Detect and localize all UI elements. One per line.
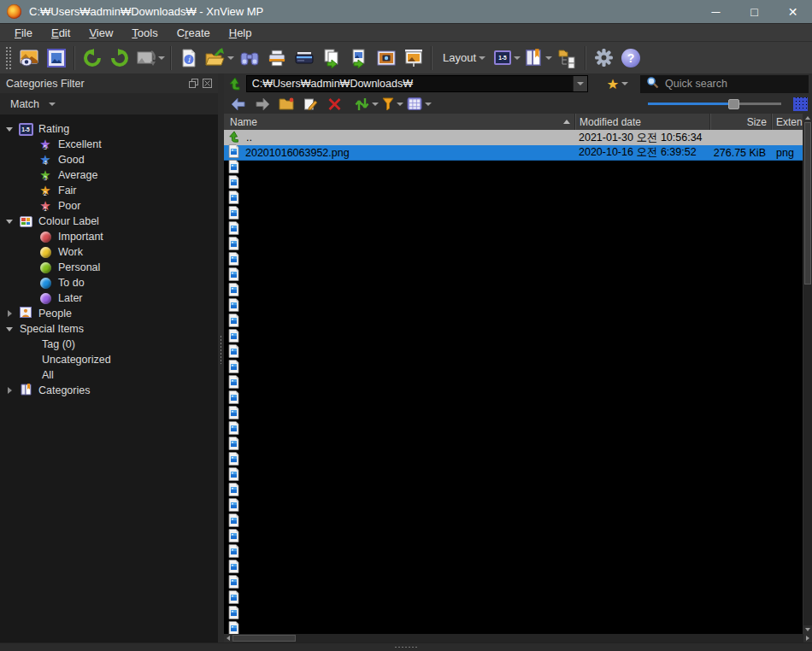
tree-item-poor[interactable]: ★1Poor xyxy=(0,198,218,214)
file-row-placeholder[interactable] xyxy=(224,238,812,253)
tree-item-excellent[interactable]: ★5Excellent xyxy=(0,137,218,152)
horizontal-scrollbar-thumb[interactable] xyxy=(232,635,296,642)
tree-item-special-items[interactable]: Special Items xyxy=(0,321,218,337)
tree-item-uncategorized[interactable]: Uncategorized xyxy=(0,352,218,367)
horizontal-scrollbar[interactable] xyxy=(224,634,812,642)
file-row-placeholder[interactable] xyxy=(224,407,812,422)
file-row-placeholder[interactable] xyxy=(224,622,812,634)
scroll-down-button[interactable] xyxy=(803,625,812,634)
file-row-placeholder[interactable] xyxy=(224,268,812,284)
tree-item-colour-label[interactable]: Colour Label xyxy=(0,214,218,229)
menu-item-create[interactable]: Create xyxy=(168,26,220,40)
new-folder-button[interactable] xyxy=(276,96,297,113)
settings-button[interactable] xyxy=(590,44,617,72)
slider-handle[interactable] xyxy=(728,99,739,109)
expand-open-icon[interactable] xyxy=(4,127,15,132)
chevron-down-icon[interactable] xyxy=(158,56,165,60)
chevron-down-icon[interactable] xyxy=(514,56,521,60)
file-row-placeholder[interactable] xyxy=(224,376,812,391)
chevron-down-icon[interactable] xyxy=(372,103,379,106)
expand-open-icon[interactable] xyxy=(4,327,15,331)
file-row-placeholder[interactable] xyxy=(224,191,812,207)
file-row-placeholder[interactable] xyxy=(224,468,812,484)
minimize-button[interactable]: ─ xyxy=(697,0,735,23)
file-row-placeholder[interactable] xyxy=(224,499,812,514)
file-row-placeholder[interactable] xyxy=(224,576,812,591)
file-row-placeholder[interactable] xyxy=(224,330,812,345)
tree-item-to-do[interactable]: To do xyxy=(0,275,218,290)
print-button[interactable] xyxy=(263,44,291,72)
match-dropdown[interactable]: Match xyxy=(0,93,218,114)
back-button[interactable] xyxy=(228,96,249,113)
scroll-up-button[interactable] xyxy=(803,114,812,122)
file-row-placeholder[interactable] xyxy=(224,422,812,437)
scroll-right-button[interactable] xyxy=(803,634,812,642)
convert-button[interactable] xyxy=(133,44,167,72)
file-row-placeholder[interactable] xyxy=(224,560,812,576)
float-panel-icon[interactable] xyxy=(189,76,198,91)
file-row-placeholder[interactable] xyxy=(224,484,812,499)
column-header-name[interactable]: Name xyxy=(224,114,574,130)
search-button[interactable] xyxy=(236,44,263,72)
vertical-scrollbar[interactable] xyxy=(803,114,812,634)
column-header-size[interactable]: Size xyxy=(709,114,771,130)
delete-button[interactable] xyxy=(324,96,344,113)
file-row-placeholder[interactable] xyxy=(224,222,812,238)
open-folder-button[interactable] xyxy=(203,44,236,72)
quick-search-input[interactable] xyxy=(665,78,803,90)
splitter-grip-icon[interactable] xyxy=(394,646,418,649)
file-row-placeholder[interactable] xyxy=(224,591,812,607)
copy-to-button[interactable] xyxy=(318,44,345,72)
rating-button[interactable]: 1-5 xyxy=(492,44,522,72)
file-row-placeholder[interactable] xyxy=(224,437,812,453)
menu-item-tools[interactable]: Tools xyxy=(122,26,167,40)
maximize-button[interactable]: □ xyxy=(735,0,774,23)
file-row-placeholder[interactable] xyxy=(224,284,812,299)
scroll-left-button[interactable] xyxy=(224,634,232,642)
expand-open-icon[interactable] xyxy=(4,220,15,224)
file-row-placeholder[interactable] xyxy=(224,607,812,622)
file-row-placeholder[interactable] xyxy=(224,391,812,407)
filter-button[interactable] xyxy=(382,96,403,113)
view-mode-button[interactable] xyxy=(407,96,432,113)
layout-button[interactable]: Layout xyxy=(436,44,492,72)
chevron-down-icon[interactable] xyxy=(545,56,552,60)
forward-button[interactable] xyxy=(252,96,273,113)
file-row-parent-folder[interactable]: .. 2021-01-30 오전 10:56:34 xyxy=(224,130,812,145)
expand-closed-icon[interactable] xyxy=(4,387,15,394)
move-to-button[interactable] xyxy=(345,44,373,72)
toolbar-grip[interactable] xyxy=(5,46,13,70)
menu-item-edit[interactable]: Edit xyxy=(42,26,79,40)
file-row-placeholder[interactable] xyxy=(224,161,812,176)
menu-item-view[interactable]: View xyxy=(79,26,122,40)
file-row-placeholder[interactable] xyxy=(224,207,812,222)
file-row-placeholder[interactable] xyxy=(224,545,812,560)
info-button[interactable]: i xyxy=(175,44,203,72)
chevron-down-icon[interactable] xyxy=(425,103,432,106)
file-row-placeholder[interactable] xyxy=(224,299,812,314)
tree-item-tag-0-[interactable]: Tag (0) xyxy=(0,337,218,352)
file-row-placeholder[interactable] xyxy=(224,314,812,330)
categories-button[interactable] xyxy=(522,44,554,72)
help-button[interactable]: ? xyxy=(617,44,644,72)
tree-item-fair[interactable]: ★2Fair xyxy=(0,183,218,198)
file-row-placeholder[interactable] xyxy=(224,361,812,376)
chevron-down-icon[interactable] xyxy=(397,103,403,106)
file-row-placeholder[interactable] xyxy=(224,176,812,191)
tree-item-people[interactable]: People xyxy=(0,306,218,321)
expand-closed-icon[interactable] xyxy=(4,310,15,317)
favorites-button[interactable]: ★ xyxy=(603,74,632,93)
file-row-placeholder[interactable] xyxy=(224,514,812,530)
panel-splitter[interactable] xyxy=(218,73,224,642)
vertical-scrollbar-thumb[interactable] xyxy=(804,122,811,284)
tree-item-personal[interactable]: Personal xyxy=(0,260,218,275)
thumbnail-grid-icon[interactable] xyxy=(793,97,808,111)
edit-button[interactable] xyxy=(300,96,321,113)
folder-tree-button[interactable] xyxy=(554,44,581,72)
close-panel-icon[interactable] xyxy=(203,76,212,91)
menu-item-help[interactable]: Help xyxy=(220,26,262,40)
close-button[interactable]: ✕ xyxy=(774,0,812,23)
tree-item-later[interactable]: Later xyxy=(0,290,218,306)
tree-item-rating[interactable]: 1-5Rating xyxy=(0,121,218,137)
file-row-selected[interactable]: 20201016063952.png 2020-10-16 오전 6:39:52… xyxy=(224,145,812,161)
